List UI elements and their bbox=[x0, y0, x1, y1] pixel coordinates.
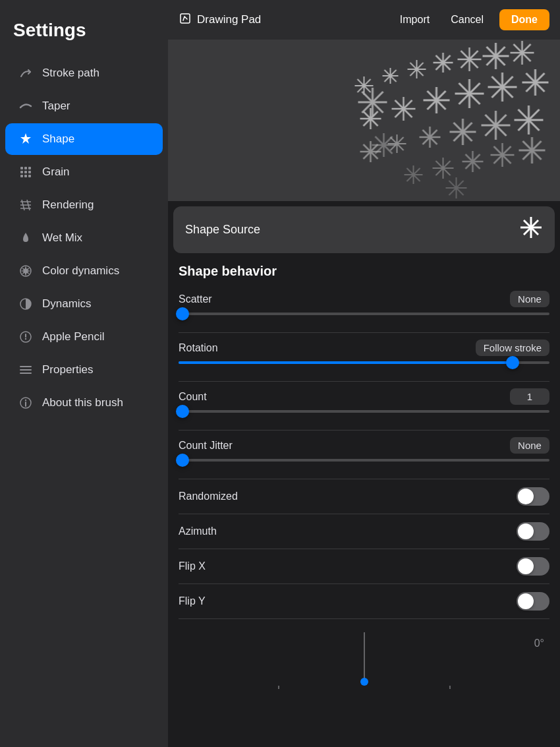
sidebar-item-shape[interactable]: Shape bbox=[5, 123, 163, 155]
grain-icon bbox=[18, 165, 33, 179]
rotation-control: Rotation Follow stroke bbox=[168, 333, 560, 381]
shape-icon bbox=[18, 132, 33, 146]
rotation-dial: 0° bbox=[168, 619, 560, 747]
count-header: Count 1 bbox=[179, 388, 549, 405]
flip-x-label: Flip X bbox=[179, 560, 206, 572]
shape-source-icon bbox=[519, 216, 543, 244]
azimuth-row: Azimuth bbox=[168, 514, 560, 549]
randomized-toggle[interactable] bbox=[517, 487, 549, 506]
topbar: Drawing Pad Import Cancel Done bbox=[168, 0, 560, 40]
sidebar-item-label: Wet Mix bbox=[42, 231, 82, 245]
rotation-indicator bbox=[360, 632, 368, 686]
count-label: Count bbox=[179, 391, 207, 403]
scatter-label: Scatter bbox=[179, 293, 212, 305]
svg-point-25 bbox=[25, 400, 26, 401]
topbar-title: Drawing Pad bbox=[197, 13, 261, 26]
rotation-slider[interactable] bbox=[179, 361, 549, 374]
svg-rect-9 bbox=[28, 175, 31, 177]
svg-marker-0 bbox=[20, 133, 31, 144]
stroke-path-icon bbox=[18, 66, 33, 80]
main-content: Drawing Pad Import Cancel Done bbox=[168, 0, 560, 747]
rotation-degree: 0° bbox=[534, 638, 544, 649]
sidebar-item-taper[interactable]: Taper bbox=[5, 90, 163, 122]
sidebar-item-label: Dynamics bbox=[42, 297, 92, 311]
count-jitter-control: Count Jitter None bbox=[168, 431, 560, 479]
dial-vertical-line bbox=[364, 632, 365, 682]
scatter-header: Scatter None bbox=[179, 291, 549, 307]
sidebar-item-label: Shape bbox=[42, 133, 74, 146]
svg-rect-7 bbox=[20, 175, 23, 177]
svg-rect-3 bbox=[28, 167, 31, 169]
flip-y-toggle[interactable] bbox=[517, 592, 549, 611]
shape-source-label: Shape Source bbox=[185, 223, 260, 237]
flip-y-toggle-knob bbox=[518, 593, 534, 609]
sidebar-item-stroke-path[interactable]: Stroke path bbox=[5, 57, 163, 89]
import-button[interactable]: Import bbox=[395, 11, 435, 28]
flip-y-row: Flip Y bbox=[168, 584, 560, 618]
count-jitter-thumb[interactable] bbox=[176, 454, 189, 467]
shape-source-bar[interactable]: Shape Source bbox=[173, 206, 555, 253]
count-jitter-value: None bbox=[510, 437, 549, 454]
sidebar: Settings Stroke path Taper Shape bbox=[0, 0, 168, 747]
sidebar-item-wet-mix[interactable]: Wet Mix bbox=[5, 222, 163, 254]
count-track bbox=[179, 410, 549, 413]
count-jitter-header: Count Jitter None bbox=[179, 437, 549, 454]
taper-icon bbox=[18, 99, 33, 113]
azimuth-toggle-knob bbox=[518, 523, 534, 539]
brush-preview bbox=[168, 40, 560, 201]
sidebar-item-about[interactable]: About this brush bbox=[5, 387, 163, 419]
sidebar-item-label: Grain bbox=[42, 165, 70, 179]
sidebar-item-dynamics[interactable]: Dynamics bbox=[5, 288, 163, 320]
scatter-control: Scatter None bbox=[168, 284, 560, 332]
sidebar-item-grain[interactable]: Grain bbox=[5, 156, 163, 188]
topbar-left: Drawing Pad bbox=[179, 12, 261, 28]
randomized-label: Randomized bbox=[179, 491, 238, 502]
about-icon bbox=[18, 396, 33, 410]
color-dynamics-icon bbox=[18, 264, 33, 278]
count-thumb[interactable] bbox=[176, 405, 189, 418]
done-button[interactable]: Done bbox=[499, 9, 549, 30]
scatter-thumb[interactable] bbox=[176, 307, 189, 320]
scatter-slider[interactable] bbox=[179, 313, 549, 326]
svg-rect-26 bbox=[181, 14, 190, 23]
scatter-track bbox=[179, 313, 549, 315]
cancel-button[interactable]: Cancel bbox=[445, 11, 489, 28]
flip-x-toggle[interactable] bbox=[517, 557, 549, 576]
sidebar-item-color-dynamics[interactable]: Color dynamics bbox=[5, 255, 163, 287]
wet-mix-icon bbox=[18, 231, 33, 245]
sidebar-item-label: Taper bbox=[42, 100, 70, 113]
svg-rect-2 bbox=[24, 167, 27, 169]
flip-x-row: Flip X bbox=[168, 549, 560, 583]
svg-rect-27 bbox=[180, 40, 549, 201]
edit-icon bbox=[179, 12, 192, 28]
scatter-value: None bbox=[510, 291, 549, 307]
sidebar-item-apple-pencil[interactable]: Apple Pencil bbox=[5, 321, 163, 353]
svg-rect-5 bbox=[24, 171, 27, 173]
sidebar-item-label: About this brush bbox=[42, 396, 123, 409]
azimuth-label: Azimuth bbox=[179, 525, 217, 537]
svg-rect-8 bbox=[24, 175, 27, 177]
dial-center-dot[interactable] bbox=[360, 678, 368, 686]
sidebar-item-label: Properties bbox=[42, 363, 93, 376]
rotation-fill bbox=[179, 361, 513, 364]
randomized-toggle-knob bbox=[518, 489, 534, 504]
count-value: 1 bbox=[510, 388, 549, 405]
sidebar-title: Settings bbox=[0, 13, 168, 57]
rotation-label: Rotation bbox=[179, 342, 218, 354]
flip-y-label: Flip Y bbox=[179, 595, 206, 607]
rotation-thumb[interactable] bbox=[506, 356, 519, 369]
sidebar-item-properties[interactable]: Properties bbox=[5, 354, 163, 386]
rotation-value: Follow stroke bbox=[476, 340, 549, 356]
sidebar-item-label: Color dynamics bbox=[42, 264, 119, 278]
apple-pencil-icon bbox=[18, 330, 33, 344]
sidebar-item-rendering[interactable]: Rendering bbox=[5, 189, 163, 221]
count-jitter-track bbox=[179, 459, 549, 462]
count-slider[interactable] bbox=[179, 410, 549, 423]
svg-rect-6 bbox=[28, 171, 31, 173]
azimuth-toggle[interactable] bbox=[517, 522, 549, 541]
count-control: Count 1 bbox=[168, 382, 560, 430]
sidebar-item-label: Apple Pencil bbox=[42, 330, 105, 344]
rotation-header: Rotation Follow stroke bbox=[179, 340, 549, 356]
svg-rect-4 bbox=[20, 171, 23, 173]
count-jitter-slider[interactable] bbox=[179, 459, 549, 472]
